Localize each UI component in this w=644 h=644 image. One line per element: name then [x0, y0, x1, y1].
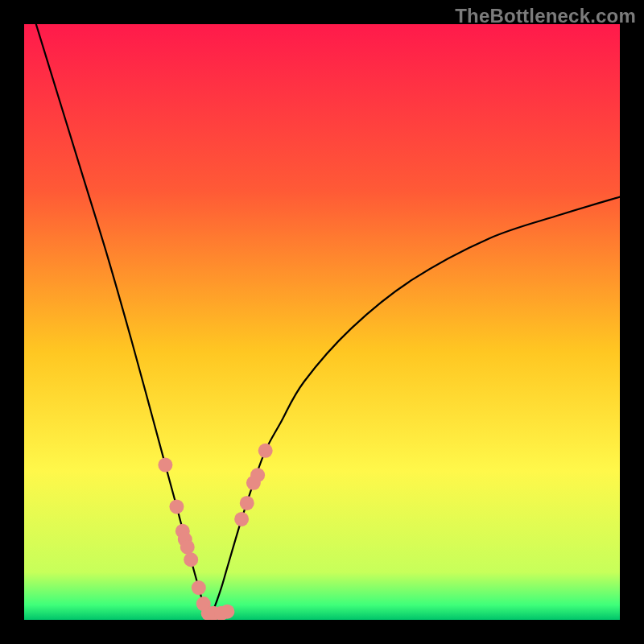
data-marker [192, 580, 206, 595]
data-marker [184, 552, 198, 567]
data-marker [240, 496, 254, 510]
data-marker [220, 605, 234, 619]
bottleneck-chart [24, 24, 620, 620]
data-marker [158, 458, 172, 473]
data-marker [180, 540, 195, 555]
data-marker [250, 468, 265, 482]
chart-background [24, 24, 620, 620]
data-marker [258, 444, 273, 458]
data-marker [169, 499, 184, 514]
data-marker [234, 512, 249, 526]
